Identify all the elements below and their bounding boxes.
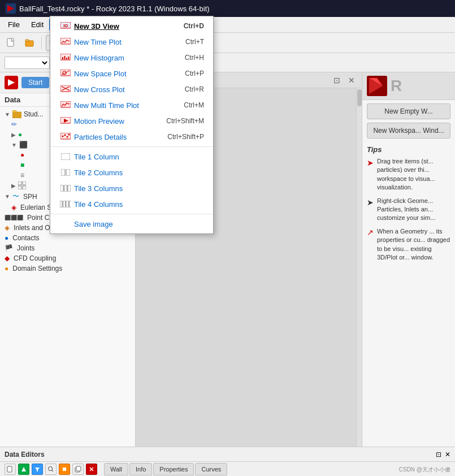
editor-green-button[interactable] [18,464,29,475]
editor-delete-button[interactable] [86,464,97,475]
chevron-down-icon-sph: ▼ [5,193,10,200]
editor-search-button[interactable] [45,464,57,475]
tab-properties[interactable]: Properties [153,463,194,475]
domain-icon: ● [5,265,8,272]
menu-new-multi-time[interactable]: New Multi Time Plot Ctrl+M [50,97,213,113]
svg-rect-26 [7,466,12,472]
tip-text-3: When a Geometry ... its properties or cu… [377,227,450,262]
svg-rect-66 [66,201,68,207]
tree-item-contacts[interactable]: ● Contacts [0,233,135,243]
rocky-brand-text: R [391,77,404,95]
menu-tile-3[interactable]: Tile 3 Columns [50,180,213,196]
editor-new-button[interactable] [5,464,16,475]
menu-tile2-label: Tile 2 Columns [74,168,204,177]
menu-new-multi-shortcut: Ctrl+M [184,101,204,109]
menu-tile3-label: Tile 3 Columns [74,184,204,193]
tab-curves[interactable]: Curves [195,463,227,475]
svg-line-30 [52,470,54,472]
vertical-scrollbar[interactable] [356,88,362,447]
menu-new-histogram[interactable]: New Histogram Ctrl+H [50,50,213,66]
menu-tile-1[interactable]: Tile 1 Column [50,149,213,165]
open-file-button[interactable] [21,35,37,51]
bottom-editors-bar: Data Editors ⊡ ✕ Wall Info Proper [0,447,455,476]
menu-saveimage-icon [59,219,72,229]
tree-item-domain[interactable]: ● Domain Settings [0,263,135,274]
svg-text:3D: 3D [63,24,68,28]
menu-new-time-plot[interactable]: New Time Plot Ctrl+T [50,34,213,50]
svg-point-55 [64,135,66,136]
expand-button[interactable]: ⊡ [331,75,343,86]
svg-rect-18 [12,110,16,112]
menu-new-time-label: New Time Plot [74,38,185,46]
rocky-logo [367,76,387,96]
rocky-small-logo [5,76,18,89]
expand-editors-button[interactable]: ⊡ [436,451,441,458]
menu-new-hist-shortcut: Ctrl+H [185,54,204,62]
svg-rect-60 [66,169,70,176]
tips-section: Tips ➤ Drag tree items (st... particles)… [362,142,455,270]
editor-filter-button[interactable] [32,464,43,475]
menu-save-image[interactable]: Save image [50,216,213,232]
menu-motion-icon [59,116,72,126]
svg-rect-62 [64,185,67,192]
svg-marker-28 [35,468,40,471]
menu-save-image-label: Save image [74,220,204,228]
tree-label-domain: Domain Settings [12,265,62,272]
folder-icon [12,110,21,118]
tip-text-2: Right-click Geome... Particles, Inlets a… [377,197,450,223]
svg-rect-41 [64,56,66,59]
editor-orange-button[interactable] [59,464,70,475]
tree-label-joints: Joints [17,244,34,252]
menu-particles-icon [59,132,72,142]
menu-motion-preview[interactable]: Motion Preview Ctrl+Shift+M [50,113,213,129]
inlets-icon: ◈ [5,224,10,232]
menu-tile-2[interactable]: Tile 2 Columns [50,165,213,180]
menu-particles-shortcut: Ctrl+Shift+P [167,133,204,141]
menu-new-space-plot[interactable]: New Space Plot Ctrl+P [50,66,213,81]
svg-rect-17 [12,112,21,118]
svg-rect-21 [18,186,21,189]
title-bar: BallFall_Test4.rocky * - Rocky 2023 R1.1… [0,0,455,17]
close-editors-button[interactable]: ✕ [445,451,450,458]
green-square-icon: ■ [20,161,24,169]
tip-arrow-1: ➤ [367,158,374,192]
new-file-button[interactable] [3,35,19,51]
bottom-tabs: Wall Info Properties Curves [104,463,227,475]
tree-item-cfd[interactable]: ◆ CFD Coupling [0,253,135,263]
menu-new-3d-label: New 3D View [74,22,184,31]
tab-wall[interactable]: Wall [104,463,128,475]
svg-rect-33 [76,466,81,471]
new-empty-button[interactable]: New Empty W... [367,103,450,119]
contacts-icon: ● [5,234,8,242]
menu-new-cross-label: New Cross Plot [74,85,185,94]
tab-info[interactable]: Info [129,463,152,475]
cube-icon: ⬛ [19,141,28,149]
editor-copy-button[interactable] [72,464,84,475]
chevron-right-icon: ▶ [11,132,16,138]
start-button[interactable]: Start [21,77,49,88]
grid-icon [18,181,26,189]
svg-point-57 [68,134,70,136]
frame-select[interactable] [5,57,50,69]
menu-edit[interactable]: Edit [25,18,49,31]
svg-rect-40 [62,57,63,59]
menu-particles-label: Particles Details [74,133,167,141]
scrollbar-thumb[interactable] [357,89,362,106]
new-workspace-button[interactable]: New Workspa... Wind... [367,123,450,139]
menu-tile4-label: Tile 4 Columns [74,200,204,209]
svg-rect-2 [7,38,14,46]
menu-new-3d-view[interactable]: 3D New 3D View Ctrl+D [50,18,213,34]
menu-new-cross-plot[interactable]: New Cross Plot Ctrl+R [50,81,213,97]
svg-rect-43 [68,57,70,59]
green-circle-icon: ● [18,131,22,139]
menu-file[interactable]: File [2,18,25,31]
joints-icon: 🏴 [5,244,13,252]
right-panel-header: R [362,72,455,100]
pencil-icon: ✏ [11,120,17,128]
menu-tile-4[interactable]: Tile 4 Columns [50,196,213,212]
svg-rect-65 [63,201,66,207]
menu-motion-shortcut: Ctrl+Shift+M [166,117,204,125]
menu-particles-details[interactable]: Particles Details Ctrl+Shift+P [50,129,213,145]
tree-item-joints[interactable]: 🏴 Joints [0,243,135,253]
close-content-button[interactable]: ✕ [346,75,357,86]
